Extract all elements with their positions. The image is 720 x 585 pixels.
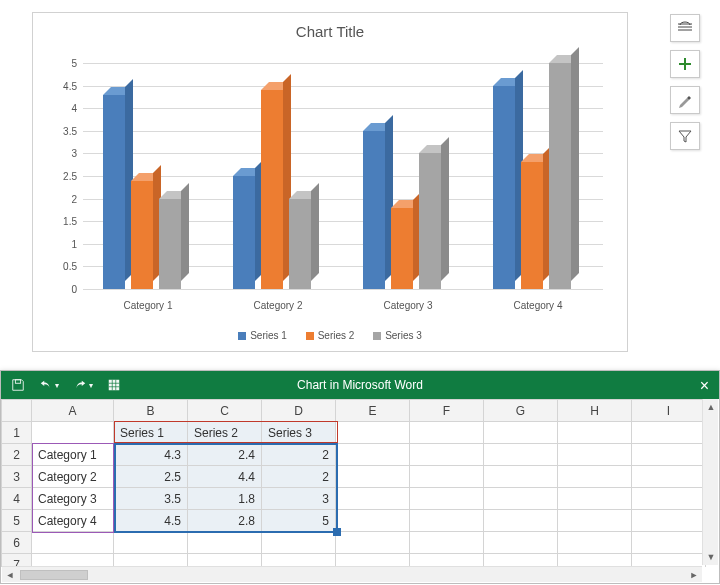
cell-b3[interactable]: 2.5 — [114, 466, 188, 488]
category-label: Category 1 — [83, 300, 213, 311]
row-header-3[interactable]: 3 — [2, 466, 32, 488]
close-icon[interactable]: × — [700, 377, 709, 395]
chart-plot-area: 00.511.522.533.544.55Category 1Category … — [83, 63, 603, 289]
excel-titlebar: ▾ ▾ Chart in Microsoft Word × — [1, 371, 719, 399]
y-tick-label: 4 — [49, 103, 77, 114]
chart-legend: Series 1 Series 2 Series 3 — [33, 330, 627, 341]
col-header-i[interactable]: I — [632, 400, 706, 422]
cell-c3[interactable]: 4.4 — [188, 466, 262, 488]
col-header-a[interactable]: A — [32, 400, 114, 422]
col-header-c[interactable]: C — [188, 400, 262, 422]
y-tick-label: 0 — [49, 284, 77, 295]
col-header-b[interactable]: B — [114, 400, 188, 422]
legend-series-1: Series 1 — [238, 330, 287, 341]
y-tick-label: 2.5 — [49, 171, 77, 182]
bar-series2-3[interactable] — [391, 208, 413, 289]
cell-d4[interactable]: 3 — [262, 488, 336, 510]
scroll-right-icon[interactable]: ► — [686, 567, 702, 583]
col-header-h[interactable]: H — [558, 400, 632, 422]
bar-series1-3[interactable] — [363, 131, 385, 289]
row-header-7[interactable]: 7 — [2, 554, 32, 568]
y-tick-label: 1.5 — [49, 216, 77, 227]
bar-series3-4[interactable] — [549, 63, 571, 289]
y-tick-label: 5 — [49, 58, 77, 69]
cell-c1[interactable]: Series 2 — [188, 422, 262, 444]
cell-a4[interactable]: Category 3 — [32, 488, 114, 510]
scroll-left-icon[interactable]: ◄ — [2, 567, 18, 583]
svg-rect-1 — [109, 380, 120, 391]
bar-series1-2[interactable] — [233, 176, 255, 289]
y-tick-label: 2 — [49, 193, 77, 204]
row-header-5[interactable]: 5 — [2, 510, 32, 532]
bar-series1-1[interactable] — [103, 95, 125, 289]
scroll-thumb[interactable] — [20, 570, 88, 580]
vertical-scrollbar[interactable]: ▲ ▼ — [702, 399, 718, 565]
chart-title: Chart Title — [33, 13, 627, 44]
category-label: Category 4 — [473, 300, 603, 311]
cell-b2[interactable]: 4.3 — [114, 444, 188, 466]
col-header-e[interactable]: E — [336, 400, 410, 422]
col-header-f[interactable]: F — [410, 400, 484, 422]
layout-options-button[interactable] — [670, 14, 700, 42]
row-header-1[interactable]: 1 — [2, 422, 32, 444]
row-header-2[interactable]: 2 — [2, 444, 32, 466]
col-header-g[interactable]: G — [484, 400, 558, 422]
cell-a1[interactable] — [32, 422, 114, 444]
row-header-4[interactable]: 4 — [2, 488, 32, 510]
y-tick-label: 0.5 — [49, 261, 77, 272]
svg-rect-0 — [15, 380, 20, 384]
bar-series3-1[interactable] — [159, 199, 181, 289]
select-all-corner[interactable] — [2, 400, 32, 422]
bar-series3-3[interactable] — [419, 153, 441, 289]
chart-elements-button[interactable] — [670, 50, 700, 78]
cell-d5[interactable]: 5 — [262, 510, 336, 532]
spreadsheet-grid[interactable]: A B C D E F G H I 1 Series 1 Series 2 Se… — [1, 399, 706, 567]
cell-b4[interactable]: 3.5 — [114, 488, 188, 510]
y-tick-label: 3 — [49, 148, 77, 159]
chart-filters-button[interactable] — [670, 122, 700, 150]
chart-container[interactable]: Chart Title 00.511.522.533.544.55Categor… — [32, 12, 628, 352]
cell-a2[interactable]: Category 1 — [32, 444, 114, 466]
y-tick-label: 3.5 — [49, 125, 77, 136]
cell-c2[interactable]: 2.4 — [188, 444, 262, 466]
category-label: Category 3 — [343, 300, 473, 311]
y-tick-label: 4.5 — [49, 80, 77, 91]
bar-series1-4[interactable] — [493, 86, 515, 289]
chart-styles-button[interactable] — [670, 86, 700, 114]
excel-data-window: ▾ ▾ Chart in Microsoft Word × A B C D E … — [0, 370, 720, 584]
cell-c4[interactable]: 1.8 — [188, 488, 262, 510]
cell-b5[interactable]: 4.5 — [114, 510, 188, 532]
range-resize-handle[interactable] — [333, 528, 341, 536]
cell-a5[interactable]: Category 4 — [32, 510, 114, 532]
y-tick-label: 1 — [49, 238, 77, 249]
save-icon[interactable] — [11, 378, 25, 392]
bar-series2-2[interactable] — [261, 90, 283, 289]
undo-icon[interactable]: ▾ — [39, 378, 59, 392]
cell-e1[interactable] — [336, 422, 410, 444]
legend-series-2: Series 2 — [306, 330, 355, 341]
horizontal-scrollbar[interactable]: ◄ ► — [2, 566, 702, 582]
cell-b1[interactable]: Series 1 — [114, 422, 188, 444]
bar-series2-4[interactable] — [521, 162, 543, 289]
scroll-up-icon[interactable]: ▲ — [703, 399, 719, 415]
category-label: Category 2 — [213, 300, 343, 311]
legend-series-3: Series 3 — [373, 330, 422, 341]
cell-d3[interactable]: 2 — [262, 466, 336, 488]
bar-series2-1[interactable] — [131, 181, 153, 289]
bar-series3-2[interactable] — [289, 199, 311, 289]
redo-icon[interactable]: ▾ — [73, 378, 93, 392]
col-header-d[interactable]: D — [262, 400, 336, 422]
cell-d1[interactable]: Series 3 — [262, 422, 336, 444]
scroll-down-icon[interactable]: ▼ — [703, 549, 719, 565]
row-header-6[interactable]: 6 — [2, 532, 32, 554]
cell-c5[interactable]: 2.8 — [188, 510, 262, 532]
cell-a3[interactable]: Category 2 — [32, 466, 114, 488]
sheet-icon[interactable] — [107, 378, 121, 392]
cell-d2[interactable]: 2 — [262, 444, 336, 466]
